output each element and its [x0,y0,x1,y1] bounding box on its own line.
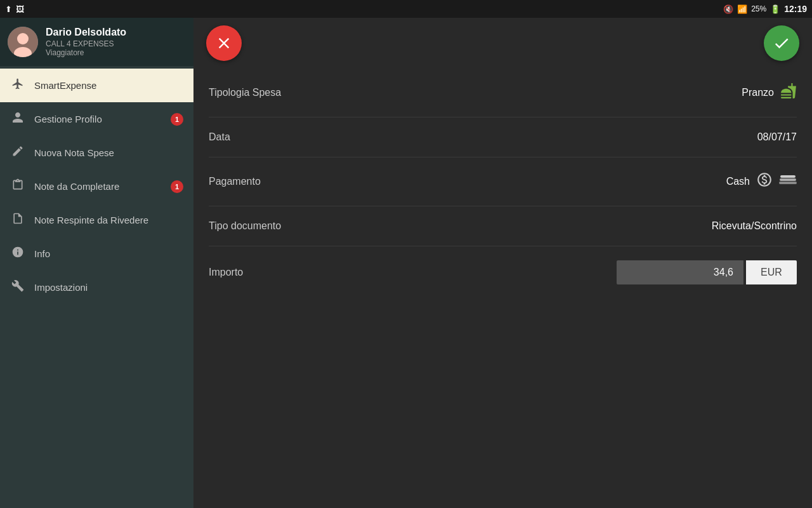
sidebar-item-label-gestione-profilo: Gestione Profilo [34,114,102,124]
importo-label: Importo [209,267,243,278]
sidebar-item-gestione-profilo[interactable]: Gestione Profilo 1 [0,102,193,136]
sidebar-header: Dario Delsoldato CALL 4 EXPENSES Viaggia… [0,18,193,66]
status-bar: ⬆ 🖼 🔇 📶 25% 🔋 12:19 [0,0,812,18]
mute-icon: 🔇 [723,4,733,14]
sidebar: Dario Delsoldato CALL 4 EXPENSES Viaggia… [0,18,193,508]
tipologia-spesa-value: Pranzo [742,83,797,103]
pagamento-text: Cash [726,176,750,187]
svg-rect-3 [779,182,797,184]
svg-point-1 [17,33,29,44]
tipo-documento-label: Tipo documento [209,220,281,232]
sidebar-item-note-da-completare[interactable]: Note da Completare 1 [0,170,193,203]
plane-icon [10,77,25,93]
data-text: 08/07/17 [757,131,797,143]
pagamento-value: Cash [726,171,797,192]
main-container: Dario Delsoldato CALL 4 EXPENSES Viaggia… [0,18,812,508]
field-tipologia-spesa: Tipologia Spesa Pranzo [209,69,797,117]
close-button[interactable] [206,25,242,61]
tipo-documento-value: Ricevuta/Scontrino [712,220,797,232]
edit-icon [10,145,25,161]
sidebar-item-smart-expense[interactable]: SmartExpense [0,69,193,102]
clipboard-icon [10,178,25,194]
sidebar-item-nuova-nota-spese[interactable]: Nuova Nota Spese [0,136,193,170]
field-pagamento: Pagamento Cash [209,157,797,206]
action-bar [193,18,812,69]
avatar [8,27,38,57]
field-importo: Importo EUR [209,246,797,298]
sidebar-item-label-smart-expense: SmartExpense [34,80,96,91]
tipologia-spesa-label: Tipologia Spesa [209,87,281,98]
document-icon [10,212,25,228]
cash-icon [756,171,773,192]
data-label: Data [209,131,230,143]
wifi-icon: 📶 [737,4,747,14]
importo-inputs: EUR [617,260,797,284]
data-value: 08/07/17 [757,131,797,143]
tipologia-spesa-text: Pranzo [742,87,774,98]
note-da-completare-badge: 1 [171,180,183,193]
sidebar-item-label-impostazioni: Impostazioni [34,282,88,293]
pagamento-label: Pagamento [209,176,261,187]
confirm-button[interactable] [764,25,799,61]
content-area: Tipologia Spesa Pranzo Data 08/0 [193,18,812,508]
clock: 12:19 [784,4,807,14]
sidebar-item-note-respinte[interactable]: Note Respinte da Rivedere [0,203,193,237]
importo-currency: EUR [746,260,797,284]
cash-stack-icon [779,173,797,191]
sidebar-user-info: Dario Delsoldato CALL 4 EXPENSES Viaggia… [46,27,126,57]
sidebar-item-info[interactable]: Info [0,237,193,271]
gestione-profilo-badge: 1 [171,113,183,126]
wrench-icon [10,279,25,295]
app-name: CALL 4 EXPENSES [46,39,126,48]
usb-icon: ⬆ [5,4,12,14]
username: Dario Delsoldato [46,27,126,38]
image-icon: 🖼 [16,4,24,14]
battery-icon: 🔋 [770,4,780,14]
svg-rect-4 [780,178,796,181]
importo-amount-input[interactable] [617,260,743,284]
field-tipo-documento: Tipo documento Ricevuta/Scontrino [209,206,797,246]
status-bar-right: 🔇 📶 25% 🔋 12:19 [723,4,807,14]
form-overlay: Tipologia Spesa Pranzo Data 08/0 [193,18,812,508]
info-icon [10,246,25,262]
battery-indicator: 25% [751,4,766,13]
status-bar-left: ⬆ 🖼 [5,4,24,14]
svg-rect-5 [780,175,796,178]
sidebar-nav: SmartExpense Gestione Profilo 1 [0,66,193,508]
person-icon [10,111,25,127]
sidebar-item-impostazioni[interactable]: Impostazioni [0,271,193,304]
fork-knife-icon [780,83,797,103]
sidebar-item-label-note-da-completare: Note da Completare [34,181,119,192]
user-role: Viaggiatore [46,48,126,57]
tipo-documento-text: Ricevuta/Scontrino [712,220,797,232]
form-fields: Tipologia Spesa Pranzo Data 08/0 [193,69,812,508]
sidebar-item-label-nuova-nota-spese: Nuova Nota Spese [34,147,114,158]
sidebar-item-label-note-respinte: Note Respinte da Rivedere [34,215,148,225]
field-data: Data 08/07/17 [209,117,797,157]
sidebar-item-label-info: Info [34,248,50,259]
